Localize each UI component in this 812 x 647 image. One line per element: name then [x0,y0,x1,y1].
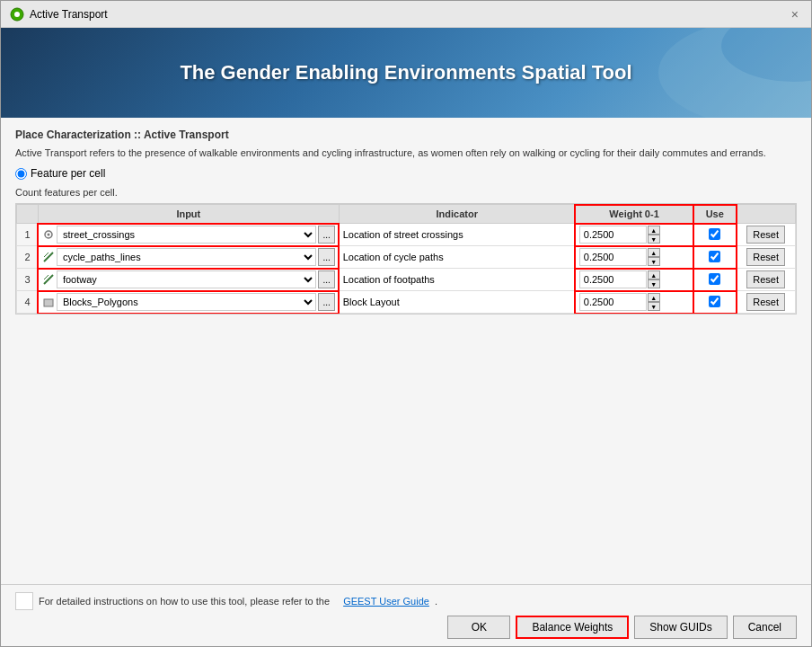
point-icon [42,228,55,241]
cancel-button[interactable]: Cancel [733,616,797,639]
col-header-use: Use [693,205,737,224]
col-header-input: Input [38,205,339,224]
weight-up-1[interactable]: ▲ [648,226,660,235]
indicator-cell: Location of cycle paths [339,246,575,269]
banner: The Gender Enabling Environments Spatial… [1,28,811,118]
feature-per-cell-label: Feature per cell [31,167,105,180]
ok-button[interactable]: OK [447,616,510,639]
use-checkbox-4[interactable] [709,296,720,307]
reset-button-4[interactable]: Reset [746,293,785,311]
footer-bar: For detailed instructions on how to use … [1,584,811,646]
table-row: 4 Blocks_Polygons ... Block Layout ▲ ▼ R… [17,291,796,314]
row-number: 2 [17,246,39,269]
weight-cell: ▲ ▼ [575,269,693,291]
feature-per-cell-row: Feature per cell [15,167,797,180]
balance-weights-button[interactable]: Balance Weights [516,616,629,639]
weight-up-2[interactable]: ▲ [648,248,660,257]
use-cell [693,269,737,291]
use-checkbox-3[interactable] [709,273,720,285]
indicator-cell: Block Layout [339,291,575,314]
reset-cell: Reset [737,269,796,291]
footer-period: . [435,596,437,607]
polygon-icon [42,296,55,308]
use-cell [693,246,737,269]
col-header-rownum [17,205,39,224]
col-header-weight: Weight 0-1 [575,205,693,224]
table-row: 1 street_crossings ... Location of stree… [17,224,796,246]
svg-point-5 [47,234,49,236]
show-guids-button[interactable]: Show GUIDs [634,616,727,639]
indicator-cell: Location of footpaths [339,269,575,291]
reset-cell: Reset [737,246,796,269]
weight-spinner-1: ▲ ▼ [648,226,660,244]
line-icon [42,273,55,286]
title-bar-text: Active Transport [30,8,108,21]
browse-button-2[interactable]: ... [318,248,334,266]
weight-down-1[interactable]: ▼ [648,235,660,244]
breadcrumb: Place Characterization :: Active Transpo… [15,129,797,141]
banner-title: The Gender Enabling Environments Spatial… [180,61,631,84]
browse-button-4[interactable]: ... [318,293,334,311]
weight-cell: ▲ ▼ [575,224,693,246]
table-row: 3 footway ... Location of footpaths ▲ ▼ … [17,269,796,291]
input-table-container: Input Indicator Weight 0-1 Use 1 street_… [15,203,797,315]
weight-cell: ▲ ▼ [575,291,693,314]
line-icon [42,251,55,263]
reset-cell: Reset [737,291,796,314]
weight-down-2[interactable]: ▼ [648,257,660,266]
input-select-1[interactable]: street_crossings [57,226,316,244]
description-text: Active Transport refers to the presence … [15,146,797,160]
input-table: Input Indicator Weight 0-1 Use 1 street_… [16,204,796,314]
input-select-2[interactable]: cycle_paths_lines [57,248,316,266]
use-cell [693,224,737,246]
col-header-indicator: Indicator [339,205,575,224]
close-button[interactable]: × [788,7,802,22]
weight-spinner-3: ▲ ▼ [648,270,660,288]
weight-down-4[interactable]: ▼ [648,302,660,311]
content-area: Place Characterization :: Active Transpo… [1,118,811,584]
input-select-4[interactable]: Blocks_Polygons [57,293,316,311]
user-guide-link[interactable]: GEEST User Guide [343,596,429,607]
row-number: 4 [17,291,39,314]
count-label: Count features per cell. [15,187,797,198]
svg-rect-6 [44,299,53,306]
title-bar-left: Active Transport [10,7,108,22]
input-cell: cycle_paths_lines ... [38,246,339,269]
use-checkbox-2[interactable] [709,251,720,262]
row-number: 1 [17,224,39,246]
weight-up-4[interactable]: ▲ [648,293,660,302]
weight-input-3[interactable] [579,270,647,288]
title-bar: Active Transport × [1,1,811,28]
weight-input-1[interactable] [579,226,647,244]
input-cell: street_crossings ... [38,224,339,246]
table-row: 2 cycle_paths_lines ... Location of cycl… [17,246,796,269]
weight-input-2[interactable] [579,248,647,266]
weight-spinner-2: ▲ ▼ [648,248,660,266]
input-cell: Blocks_Polygons ... [38,291,339,314]
svg-point-1 [14,12,20,17]
input-cell: footway ... [38,269,339,291]
feature-per-cell-radio[interactable] [15,168,27,180]
footer-note: For detailed instructions on how to use … [15,592,797,610]
indicator-cell: Location of street crossings [339,224,575,246]
weight-input-4[interactable] [579,293,647,311]
reset-button-1[interactable]: Reset [746,226,785,244]
weight-down-3[interactable]: ▼ [648,279,660,288]
reset-cell: Reset [737,224,796,246]
use-checkbox-1[interactable] [709,228,720,240]
browse-button-1[interactable]: ... [318,226,334,244]
reset-button-3[interactable]: Reset [746,270,785,288]
reset-button-2[interactable]: Reset [746,248,785,266]
row-number: 3 [17,269,39,291]
footer-note-text: For detailed instructions on how to use … [39,596,330,607]
weight-cell: ▲ ▼ [575,246,693,269]
main-window: Active Transport × The Gender Enabling E… [0,0,812,647]
app-icon [10,7,24,22]
footer-buttons: OK Balance Weights Show GUIDs Cancel [15,616,797,639]
weight-up-3[interactable]: ▲ [648,270,660,279]
col-header-reset [737,205,796,224]
input-select-3[interactable]: footway [57,270,316,288]
note-icon [15,592,33,610]
weight-spinner-4: ▲ ▼ [648,293,660,311]
browse-button-3[interactable]: ... [318,270,334,288]
